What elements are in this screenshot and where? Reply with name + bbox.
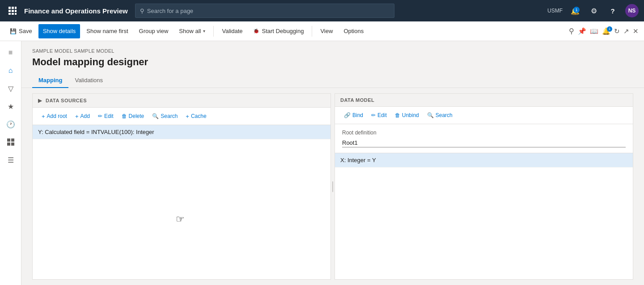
delete-icon: 🗑 (122, 113, 127, 119)
right-panel-title: DATA MODEL (340, 97, 374, 103)
help-button[interactable]: ? (606, 4, 619, 17)
edit-icon-left: ✏ (98, 113, 102, 119)
toolbar-divider-2 (312, 26, 312, 37)
left-panel-toolbar: + Add root + Add ✏ Edit 🗑 Delete (33, 108, 330, 125)
sidebar-list[interactable]: ☰ (3, 152, 19, 168)
panel-expand-button[interactable]: ▶ (38, 97, 42, 104)
sidebar-table[interactable] (3, 134, 19, 150)
search-button-left[interactable]: 🔍 Search (148, 110, 181, 122)
show-all-button[interactable]: Show all ▾ (174, 24, 210, 38)
data-source-row[interactable]: Y: Calculated field = INTVALUE(100): Int… (33, 125, 330, 139)
clock-icon: 🕐 (6, 120, 15, 129)
sidebar: ≡ ⌂ ▽ ★ 🕐 ☰ (0, 41, 21, 285)
svg-rect-2 (15, 7, 17, 9)
main-layout: ≡ ⌂ ▽ ★ 🕐 ☰ SAMPLE MODEL SAMPLE MODEL Mo… (0, 41, 644, 285)
bind-button[interactable]: 🔗 Bind (340, 109, 367, 121)
resizer-line (332, 181, 333, 192)
view-button[interactable]: View (316, 24, 337, 38)
delete-button[interactable]: 🗑 Delete (118, 110, 148, 122)
svg-rect-3 (8, 10, 11, 12)
app-title: Finance and Operations Preview (24, 7, 128, 15)
search-icon-left: 🔍 (152, 113, 159, 119)
svg-rect-4 (12, 10, 14, 12)
hamburger-icon: ≡ (8, 49, 13, 57)
filter-icon: ▽ (8, 84, 13, 93)
toolbar-share-icon[interactable]: ↗ (623, 27, 629, 35)
save-icon: 💾 (10, 28, 17, 34)
right-panel: DATA MODEL 🔗 Bind ✏ Edit 🗑 Unbind (335, 93, 633, 280)
group-view-button[interactable]: Group view (135, 24, 173, 38)
right-panel-content: X: Integer = Y (335, 153, 633, 279)
user-avatar[interactable]: NS (625, 4, 639, 17)
right-panel-header: DATA MODEL (335, 94, 633, 107)
root-def-input[interactable] (342, 138, 626, 147)
left-panel-header: ▶ DATA SOURCES (33, 94, 330, 108)
data-model-row-label: X: Integer = Y (340, 157, 376, 163)
svg-rect-8 (15, 13, 17, 15)
sidebar-recent[interactable]: 🕐 (3, 116, 19, 132)
unbind-icon: 🗑 (395, 112, 400, 118)
toolbar-search-icon[interactable]: ⚲ (569, 27, 574, 35)
toolbar-close-icon[interactable]: ✕ (633, 27, 639, 35)
search-placeholder: Search for a page (147, 8, 193, 14)
tab-mapping[interactable]: Mapping (32, 73, 68, 88)
question-icon: ? (610, 7, 614, 15)
edit-button-right[interactable]: ✏ Edit (368, 109, 390, 121)
options-button[interactable]: Options (339, 24, 368, 38)
add-button[interactable]: + Add (72, 110, 93, 122)
toolbar-divider-1 (213, 26, 214, 37)
data-source-row-label: Y: Calculated field = INTVALUE(100): Int… (38, 129, 154, 135)
unbind-button[interactable]: 🗑 Unbind (391, 109, 423, 121)
svg-rect-12 (11, 142, 14, 146)
notification-bell[interactable]: 🔔 1 (569, 4, 581, 17)
main-toolbar: 💾 Save Show details Show name first Grou… (0, 21, 644, 41)
validate-button[interactable]: Validate (217, 24, 247, 38)
toolbar-notif-badge: 1 (607, 26, 612, 32)
settings-gear[interactable]: ⚙ (588, 4, 600, 17)
apps-grid-icon[interactable] (5, 4, 20, 18)
toolbar-refresh-icon[interactable]: ↻ (614, 27, 620, 35)
svg-rect-0 (8, 7, 11, 9)
show-name-first-button[interactable]: Show name first (82, 24, 132, 38)
top-nav-bar: Finance and Operations Preview ⚲ Search … (0, 0, 644, 21)
panel-resizer[interactable] (331, 93, 335, 280)
svg-rect-9 (7, 138, 10, 142)
root-definition-section: Root definition (335, 124, 633, 153)
save-button[interactable]: 💾 Save (5, 24, 37, 38)
root-def-label: Root definition (342, 130, 626, 136)
add-root-icon: + (42, 113, 45, 120)
search-icon-right: 🔍 (427, 112, 434, 118)
bind-icon: 🔗 (344, 112, 351, 118)
debug-icon: 🐞 (253, 28, 259, 34)
sidebar-hamburger[interactable]: ≡ (3, 45, 19, 61)
sidebar-home[interactable]: ⌂ (3, 63, 19, 79)
show-details-button[interactable]: Show details (38, 24, 80, 38)
left-panel: ▶ DATA SOURCES + Add root + Add ✏ Edit (32, 93, 331, 280)
breadcrumb: SAMPLE MODEL SAMPLE MODEL (32, 48, 633, 54)
star-icon: ★ (8, 102, 14, 111)
sidebar-filter[interactable]: ▽ (3, 80, 19, 96)
toolbar-book-icon[interactable]: 📖 (590, 27, 598, 35)
start-debugging-button[interactable]: 🐞 Start Debugging (249, 24, 308, 38)
data-model-row[interactable]: X: Integer = Y (335, 153, 633, 168)
tab-bar: Mapping Validations (21, 73, 644, 88)
svg-rect-11 (7, 142, 10, 146)
content-area: SAMPLE MODEL SAMPLE MODEL Model mapping … (21, 41, 644, 285)
tab-validations[interactable]: Validations (68, 73, 109, 88)
notification-count: 1 (573, 7, 580, 13)
gear-icon: ⚙ (591, 7, 597, 15)
toolbar-pin-icon[interactable]: 📌 (578, 27, 586, 35)
show-all-dropdown-icon: ▾ (203, 29, 205, 34)
left-panel-content: Y: Calculated field = INTVALUE(100): Int… (33, 125, 330, 279)
edit-button-left[interactable]: ✏ Edit (94, 110, 117, 122)
add-root-button[interactable]: + Add root (38, 110, 71, 122)
svg-rect-7 (12, 13, 14, 15)
list-icon: ☰ (8, 156, 14, 164)
global-search[interactable]: ⚲ Search for a page (135, 4, 394, 18)
top-nav-right: USMF 🔔 1 ⚙ ? NS (547, 4, 639, 17)
home-icon: ⌂ (8, 67, 13, 75)
cache-button[interactable]: + Cache (182, 110, 210, 122)
svg-rect-10 (11, 138, 14, 142)
search-button-right[interactable]: 🔍 Search (424, 109, 456, 121)
sidebar-favorites[interactable]: ★ (3, 98, 19, 114)
